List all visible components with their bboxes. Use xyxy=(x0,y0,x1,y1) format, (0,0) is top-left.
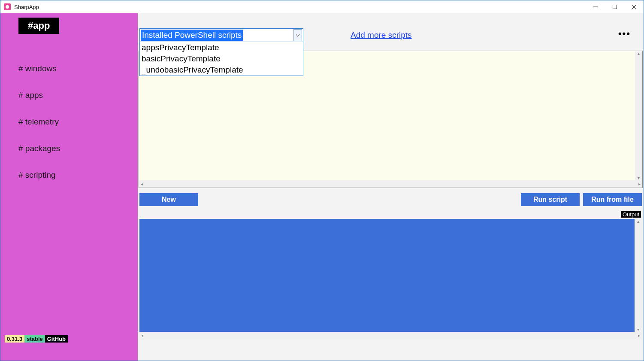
sidebar: #app # windows # apps # telemetry # pack… xyxy=(0,13,138,361)
scroll-up-icon: ▴ xyxy=(637,219,639,224)
scroll-down-icon: ▾ xyxy=(637,327,639,332)
scroll-left-icon: ◂ xyxy=(141,182,143,186)
scroll-right-icon: ▸ xyxy=(638,333,640,338)
output-vertical-scrollbar[interactable]: ▴ ▾ xyxy=(635,219,642,332)
github-badge[interactable]: GitHub xyxy=(45,335,68,343)
scripts-combobox-dropdown: appsPrivacyTemplate basicPrivacyTemplate… xyxy=(139,42,303,76)
chevron-down-icon[interactable] xyxy=(293,29,302,41)
run-from-file-button[interactable]: Run from file xyxy=(583,193,642,206)
scroll-left-icon: ◂ xyxy=(141,333,143,338)
sidebar-item-scripting[interactable]: # scripting xyxy=(18,170,138,180)
sidebar-item-telemetry[interactable]: # telemetry xyxy=(18,117,138,127)
window-title: SharpApp xyxy=(14,4,39,10)
combo-option[interactable]: _undobasicPrivacyTemplate xyxy=(140,64,303,76)
more-menu-button[interactable]: ••• xyxy=(618,28,631,39)
scroll-down-icon: ▾ xyxy=(638,176,640,180)
sidebar-footer-badges: 0.31.3 stable GitHub xyxy=(5,335,68,343)
maximize-button[interactable] xyxy=(605,0,624,13)
sidebar-item-apps[interactable]: # apps xyxy=(18,91,138,100)
minimize-icon xyxy=(593,5,598,9)
new-button[interactable]: New xyxy=(139,193,198,206)
console-vertical-scrollbar[interactable]: ▴ ▾ xyxy=(635,51,642,180)
maximize-icon xyxy=(613,5,617,9)
combo-option[interactable]: appsPrivacyTemplate xyxy=(140,42,303,53)
more-icon: ••• xyxy=(618,28,631,39)
scroll-up-icon: ▴ xyxy=(638,51,640,56)
scripts-combobox-selected: Installed PowerShell scripts xyxy=(141,30,243,41)
console-horizontal-scrollbar[interactable]: ◂ ▸ xyxy=(139,180,642,188)
minimize-button[interactable] xyxy=(586,0,605,13)
scroll-right-icon: ▸ xyxy=(638,182,641,186)
app-logo-badge: #app xyxy=(18,18,59,34)
close-button[interactable] xyxy=(624,0,644,13)
scripts-combobox[interactable]: Installed PowerShell scripts xyxy=(139,28,303,42)
output-horizontal-scrollbar[interactable]: ◂ ▸ xyxy=(139,332,642,339)
app-icon xyxy=(4,3,11,10)
version-badge: 0.31.3 xyxy=(5,335,24,343)
sidebar-item-packages[interactable]: # packages xyxy=(18,144,138,153)
svg-rect-1 xyxy=(613,5,617,9)
sidebar-item-windows[interactable]: # windows xyxy=(18,64,138,73)
channel-badge: stable xyxy=(24,335,45,343)
output-label: Output xyxy=(621,211,641,218)
app-window: SharpApp #app # windows # apps # telemet… xyxy=(0,0,644,361)
output-panel[interactable]: ▴ ▾ ◂ ▸ xyxy=(139,219,642,339)
sidebar-nav: # windows # apps # telemetry # packages … xyxy=(0,64,138,180)
titlebar: SharpApp xyxy=(0,0,644,13)
add-more-scripts-link[interactable]: Add more scripts xyxy=(351,30,412,40)
close-icon xyxy=(632,5,636,9)
main-content: ••• Installed PowerShell scripts appsPri… xyxy=(138,13,644,361)
combo-option[interactable]: basicPrivacyTemplate xyxy=(140,53,303,64)
run-script-button[interactable]: Run script xyxy=(521,193,580,206)
